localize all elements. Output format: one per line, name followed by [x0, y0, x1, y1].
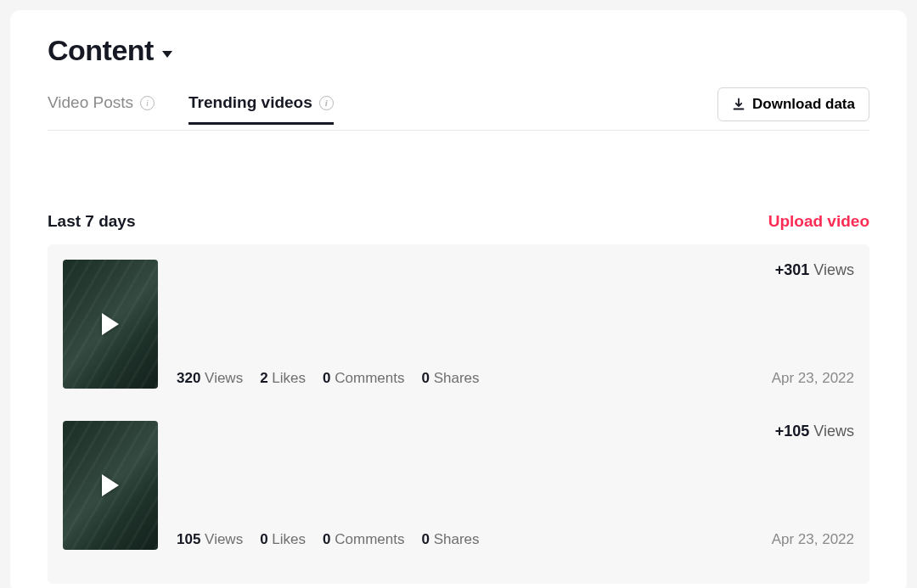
page-title: Content	[48, 34, 154, 67]
video-top: +301 Views	[177, 260, 854, 279]
video-thumbnail[interactable]	[63, 421, 158, 550]
tab-row: Video Posts i Trending videos i Download…	[48, 87, 869, 131]
delta-views-label: Views	[813, 261, 854, 278]
stat-views: 320 Views	[177, 370, 243, 387]
info-icon[interactable]: i	[140, 96, 155, 110]
info-icon[interactable]: i	[319, 96, 334, 110]
delta-views-value: +301	[775, 261, 810, 278]
video-bottom: 105 Views 0 Likes 0 Comments 0 Shares Ap…	[177, 531, 854, 550]
play-icon	[102, 313, 119, 335]
tab-video-posts[interactable]: Video Posts i	[48, 93, 155, 124]
tabs: Video Posts i Trending videos i	[48, 93, 334, 124]
content-panel: Content Video Posts i Trending videos i …	[10, 10, 907, 588]
delta-views-label: Views	[813, 423, 854, 440]
stat-comments: 0 Comments	[323, 531, 404, 548]
video-body: +301 Views 320 Views 2 Likes 0 Comments …	[177, 260, 854, 389]
tab-label: Video Posts	[48, 93, 133, 112]
video-stats: 105 Views 0 Likes 0 Comments 0 Shares	[177, 531, 480, 548]
video-stats: 320 Views 2 Likes 0 Comments 0 Shares	[177, 370, 480, 387]
download-label: Download data	[752, 96, 855, 113]
caret-down-icon	[162, 51, 172, 58]
stat-comments: 0 Comments	[323, 370, 404, 387]
download-icon	[732, 98, 745, 111]
video-list: +301 Views 320 Views 2 Likes 0 Comments …	[48, 244, 869, 584]
play-icon	[102, 474, 119, 496]
download-data-button[interactable]: Download data	[717, 87, 869, 121]
delta-views: +301 Views	[775, 261, 854, 279]
stat-shares: 0 Shares	[421, 531, 479, 548]
page-title-row[interactable]: Content	[48, 34, 869, 67]
video-row: +301 Views 320 Views 2 Likes 0 Comments …	[63, 260, 854, 389]
tab-trending-videos[interactable]: Trending videos i	[188, 93, 334, 124]
video-date: Apr 23, 2022	[772, 370, 854, 387]
stat-views: 105 Views	[177, 531, 243, 548]
tab-label: Trending videos	[188, 93, 312, 112]
video-body: +105 Views 105 Views 0 Likes 0 Comments …	[177, 421, 854, 550]
stat-shares: 0 Shares	[421, 370, 479, 387]
upload-video-link[interactable]: Upload video	[768, 212, 869, 231]
video-top: +105 Views	[177, 421, 854, 440]
video-row: +105 Views 105 Views 0 Likes 0 Comments …	[63, 421, 854, 550]
video-bottom: 320 Views 2 Likes 0 Comments 0 Shares Ap…	[177, 370, 854, 389]
stat-likes: 0 Likes	[260, 531, 306, 548]
delta-views-value: +105	[775, 423, 810, 440]
video-thumbnail[interactable]	[63, 260, 158, 389]
delta-views: +105 Views	[775, 423, 854, 440]
section-title: Last 7 days	[48, 212, 136, 231]
video-date: Apr 23, 2022	[772, 531, 854, 548]
section-header: Last 7 days Upload video	[48, 212, 869, 231]
stat-likes: 2 Likes	[260, 370, 306, 387]
